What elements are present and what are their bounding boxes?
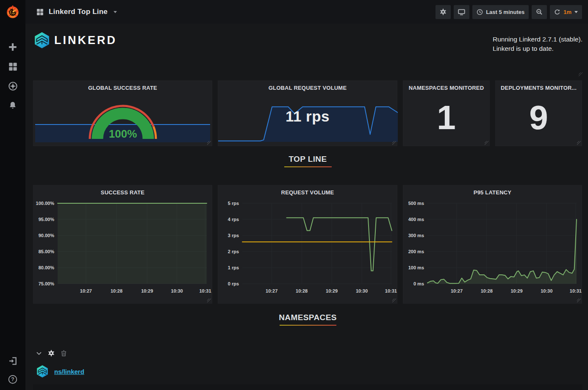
panel-global-request-volume: GLOBAL REQUEST VOLUME 11 rps (218, 80, 397, 146)
x-tick-label: 10:31 (570, 288, 582, 293)
zoom-out-button[interactable] (532, 5, 547, 19)
y-tick-label: 200 ms (408, 249, 424, 254)
linkerd-logo-icon (36, 365, 49, 378)
x-tick-label: 10:29 (510, 288, 522, 293)
panel-title[interactable]: GLOBAL REQUEST VOLUME (218, 81, 397, 91)
explore-compass-icon[interactable] (8, 81, 17, 91)
panel-title[interactable]: NAMESPACES MONITORED (403, 81, 489, 91)
panel-global-success-rate: GLOBAL SUCCESS RATE 100% (33, 80, 212, 146)
panel-title[interactable]: SUCCESS RATE (33, 185, 212, 196)
panel-resize-handle[interactable] (577, 141, 581, 145)
y-tick-label: 95.00% (39, 217, 55, 222)
linkerd-logo-icon (33, 31, 51, 49)
gear-icon[interactable] (48, 350, 55, 357)
y-tick-label: 0 rps (228, 281, 239, 286)
panel-title[interactable]: REQUEST VOLUME (218, 185, 397, 196)
x-tick-label: 10:29 (141, 288, 153, 293)
y-tick-label: 300 ms (408, 233, 424, 238)
status-line-1: Running Linkerd 2.7.1 (stable). (493, 35, 582, 44)
y-tick-label: 80.00% (39, 265, 55, 270)
y-tick-label: 85.00% (39, 249, 55, 254)
svg-text:?: ? (11, 376, 14, 382)
panel-resize-handle[interactable] (207, 299, 211, 302)
x-tick-label: 10:30 (171, 288, 183, 293)
panel-namespaces-monitored: NAMESPACES MONITORED 1 (403, 80, 490, 146)
y-tick-label: 4 rps (228, 217, 239, 222)
plus-icon[interactable] (8, 42, 17, 52)
y-tick-label: 5 rps (228, 201, 239, 206)
gauge-value: 100% (109, 127, 137, 140)
y-tick-label: 3 rps (228, 233, 239, 238)
x-tick-label: 10:27 (80, 288, 92, 293)
panel-resize-handle[interactable] (392, 299, 396, 302)
main-area: Linkerd Top Line (25, 0, 588, 390)
x-tick-label: 10:29 (326, 288, 338, 293)
clock-icon (477, 9, 483, 15)
refresh-icon (554, 9, 560, 15)
namespace-link[interactable]: ns/linkerd (54, 368, 84, 375)
panel-resize-handle[interactable] (485, 141, 488, 145)
request-volume-chart[interactable]: 5 rps4 rps3 rps2 rps1 rps0 rps10:2710:28… (218, 196, 398, 300)
y-tick-label: 1 rps (228, 265, 239, 270)
charts-row: SUCCESS RATE 100.00%95.00%90.00%85.00%80… (33, 185, 582, 304)
grafana-logo[interactable] (5, 4, 21, 20)
success-rate-gauge: 100% (33, 91, 213, 147)
p95-latency-chart[interactable]: 500 ms400 ms300 ms200 ms100 ms0 ms10:271… (403, 196, 582, 300)
success-rate-chart[interactable]: 100.00%95.00%90.00%85.00%80.00%75.00%10:… (33, 196, 213, 300)
x-tick-label: 10:31 (385, 288, 397, 293)
x-tick-label: 10:28 (481, 288, 493, 293)
row-title[interactable]: TOP LINE (288, 155, 327, 164)
x-tick-label: 10:31 (199, 288, 211, 293)
row-title-underline (280, 325, 336, 326)
stats-row: GLOBAL SUCCESS RATE 100% GLOBAL REQUEST … (33, 80, 582, 146)
panel-resize-handle[interactable] (579, 72, 582, 76)
panel-resize-handle[interactable] (392, 141, 396, 145)
refresh-interval-button[interactable]: 1m (550, 5, 582, 19)
panel-p95-latency: P95 LATENCY 500 ms400 ms300 ms200 ms100 … (403, 185, 582, 304)
stat-value: 9 (496, 94, 582, 141)
caret-down-icon (574, 11, 578, 13)
chevron-down-icon[interactable] (36, 352, 42, 355)
panel-request-volume: REQUEST VOLUME 5 rps4 rps3 rps2 rps1 rps… (218, 185, 397, 304)
dashboard-content: LINKERD Running Linkerd 2.7.1 (stable). … (25, 24, 588, 390)
row-title-underline (284, 166, 332, 167)
row-header-top-line: TOP LINE (33, 146, 582, 185)
row-title[interactable]: NAMESPACES (279, 313, 337, 322)
x-tick-label: 10:28 (296, 288, 308, 293)
sidebar: ? (0, 0, 25, 390)
sign-in-icon[interactable] (8, 356, 17, 365)
stat-value: 11 rps (218, 108, 397, 125)
dashboard-squares-icon (36, 8, 44, 16)
next-panel-edge (33, 384, 582, 390)
x-tick-label: 10:27 (266, 288, 277, 293)
help-icon[interactable]: ? (8, 375, 17, 384)
top-navbar: Linkerd Top Line (25, 0, 588, 24)
tv-monitor-icon (458, 8, 465, 16)
dashboard-title: Linkerd Top Line (49, 8, 108, 16)
linkerd-version-status: Running Linkerd 2.7.1 (stable). Linkerd … (493, 31, 582, 54)
panel-success-rate: SUCCESS RATE 100.00%95.00%90.00%85.00%80… (33, 185, 212, 304)
time-range-label: Last 5 minutes (486, 9, 524, 15)
panel-resize-handle[interactable] (577, 299, 581, 302)
panel-title[interactable]: DEPLOYMENTS MONITOR... (496, 81, 582, 91)
y-tick-label: 400 ms (408, 217, 424, 222)
alerting-bell-icon[interactable] (8, 101, 17, 110)
linkerd-wordmark: LINKERD (54, 34, 117, 47)
tv-mode-button[interactable] (454, 5, 469, 19)
panel-resize-handle[interactable] (207, 141, 211, 145)
refresh-interval-label: 1m (563, 9, 571, 15)
dashboard-title-dropdown[interactable]: Linkerd Top Line (36, 8, 117, 16)
stat-value: 1 (403, 94, 489, 141)
x-tick-label: 10:28 (111, 288, 122, 293)
status-line-2: Linkerd is up to date. (493, 44, 582, 53)
namespace-link-row: ns/linkerd (33, 365, 582, 378)
trash-icon[interactable] (61, 350, 67, 357)
y-tick-label: 2 rps (228, 249, 239, 254)
panel-title[interactable]: GLOBAL SUCCESS RATE (33, 81, 212, 91)
y-tick-label: 100 ms (408, 265, 424, 270)
dashboard-settings-button[interactable] (435, 5, 451, 19)
dashboards-grid-icon[interactable] (8, 62, 17, 71)
panel-title[interactable]: P95 LATENCY (403, 185, 582, 196)
y-tick-label: 0 ms (413, 281, 424, 286)
time-range-button[interactable]: Last 5 minutes (472, 5, 529, 19)
